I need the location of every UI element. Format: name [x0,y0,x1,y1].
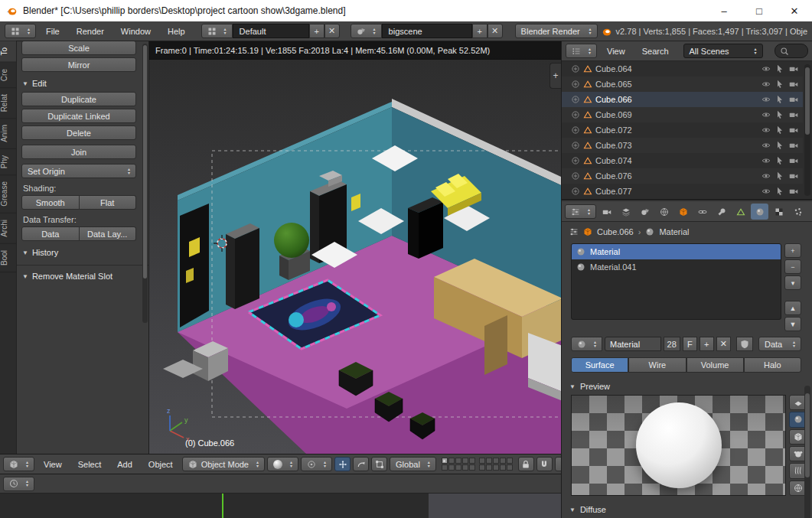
render-engine-dropdown[interactable]: Blender Render [515,24,598,38]
menu-help[interactable]: Help [161,27,192,36]
history-panel-header[interactable]: ▼ History [22,248,145,257]
diffuse-panel-header[interactable]: ▼ Diffuse [562,499,812,518]
eye-icon[interactable] [761,187,771,196]
lock-to-scene-button[interactable] [518,457,534,471]
cursor-arrow-icon[interactable] [775,187,784,196]
object-name[interactable]: Cube.064 [595,64,632,73]
close-button[interactable]: ✕ [777,0,812,21]
object-name[interactable]: Cube.065 [595,80,632,89]
cursor-arrow-icon[interactable] [775,110,784,119]
breadcrumb-object[interactable]: Cube.066 [597,227,634,236]
camera-render-icon[interactable] [789,156,798,165]
redo-panel-header[interactable]: ▼ Remove Material Slot [22,272,145,281]
layer-cell[interactable] [486,464,492,471]
object-name[interactable]: Cube.074 [595,156,632,165]
outliner-row[interactable]: Cube.065 [562,77,803,92]
menu-file[interactable]: File [39,27,67,36]
layer-cell[interactable] [493,458,499,464]
screen-layout-delete-button[interactable]: ✕ [324,24,340,38]
flat-button[interactable]: Flat [80,195,137,210]
screen-layout-name-field[interactable]: Default [233,24,309,38]
material-name-field[interactable]: Material [605,337,661,351]
layer-cell[interactable] [462,458,468,464]
layer-cell[interactable] [493,464,499,471]
halo-type-button[interactable]: Halo [744,357,801,373]
outliner-row[interactable]: Cube.074 [562,153,803,168]
scene-add-button[interactable]: + [472,24,488,38]
edit-panel-header[interactable]: ▼ Edit [22,79,145,88]
join-button[interactable]: Join [21,145,136,159]
layer-cell[interactable] [500,458,506,464]
tab-material[interactable] [751,204,768,220]
layer-cell[interactable] [479,458,485,464]
tab-physics[interactable] [808,204,812,220]
shelf-tab-relations[interactable]: Relat [0,88,16,119]
shelf-tab-animation[interactable]: Anim [0,119,16,149]
camera-render-icon[interactable] [789,171,798,181]
timeline-playhead[interactable] [222,494,223,518]
delete-button[interactable]: Delete [21,125,136,140]
layer-cell[interactable] [507,458,513,464]
camera-render-icon[interactable] [789,110,798,119]
timeline-canvas[interactable] [0,494,561,518]
cursor-arrow-icon[interactable] [775,125,784,135]
outliner-scrollbar[interactable] [804,64,810,196]
scrollbar-thumb[interactable] [143,45,147,279]
screen-layout-add-button[interactable]: + [309,24,324,38]
expand-icon[interactable] [571,110,580,119]
link-source-dropdown[interactable]: Data [758,337,801,351]
menu-view[interactable]: View [37,460,69,469]
layer-cell[interactable] [455,464,461,471]
eye-icon[interactable] [761,125,771,135]
maximize-button[interactable]: □ [742,0,777,21]
tab-particles[interactable] [789,204,807,220]
region-expand-tab[interactable]: + [549,63,561,89]
camera-render-icon[interactable] [789,187,798,196]
add-slot-button[interactable]: + [784,243,801,258]
expand-icon[interactable] [571,64,580,73]
cursor-arrow-icon[interactable] [775,141,784,150]
fake-user-button[interactable]: F [683,337,697,351]
layer-cell[interactable] [442,458,448,464]
outliner-row[interactable]: Cube.077 [562,184,803,199]
object-name[interactable]: Cube.066 [595,95,632,104]
eye-icon[interactable] [761,110,771,119]
manipulator-rotate-button[interactable] [353,457,369,471]
cursor-arrow-icon[interactable] [775,80,784,89]
plant-sphere[interactable] [274,223,310,280]
tab-render[interactable] [598,204,615,220]
object-name[interactable]: Cube.072 [595,125,632,135]
eye-icon[interactable] [761,80,771,89]
layer-cell[interactable] [507,464,513,471]
remove-slot-button[interactable]: − [784,259,801,274]
layer-cell[interactable] [479,464,485,471]
layer-cell[interactable] [500,464,506,471]
object-name[interactable]: Cube.076 [595,171,632,181]
tab-texture[interactable] [770,204,788,220]
camera-render-icon[interactable] [789,125,798,135]
cursor-arrow-icon[interactable] [775,156,784,165]
shelf-tab-archi[interactable]: Archi [0,213,16,244]
expand-icon[interactable] [571,95,580,104]
pin-navigator-icon[interactable] [569,227,579,236]
outliner-display-filter-dropdown[interactable]: All Scenes [683,44,763,58]
outliner-row[interactable]: Cube.072 [562,122,803,138]
viewport-3d-canvas[interactable]: x y z (0) Cube.066 [149,41,561,454]
menu-select[interactable]: Select [71,460,109,469]
scrollbar-thumb[interactable] [805,393,810,477]
viewport-editor-type-button[interactable] [3,457,34,471]
shelf-tab-bool[interactable]: Bool [0,244,16,272]
cursor-arrow-icon[interactable] [775,95,784,104]
expand-icon[interactable] [571,171,580,181]
smooth-button[interactable]: Smooth [21,195,80,210]
new-material-button[interactable]: + [699,337,714,351]
layer-cell[interactable] [455,458,461,464]
layer-cell[interactable] [448,458,455,464]
unlink-material-button[interactable]: ✕ [716,337,731,351]
tab-object-data[interactable] [732,204,749,220]
material-slot[interactable]: Material.041 [572,259,781,275]
menu-render[interactable]: Render [70,27,111,36]
mirror-button[interactable]: Mirror [21,57,136,72]
menu-add[interactable]: Add [110,460,139,469]
scale-button[interactable]: Scale [21,41,136,55]
